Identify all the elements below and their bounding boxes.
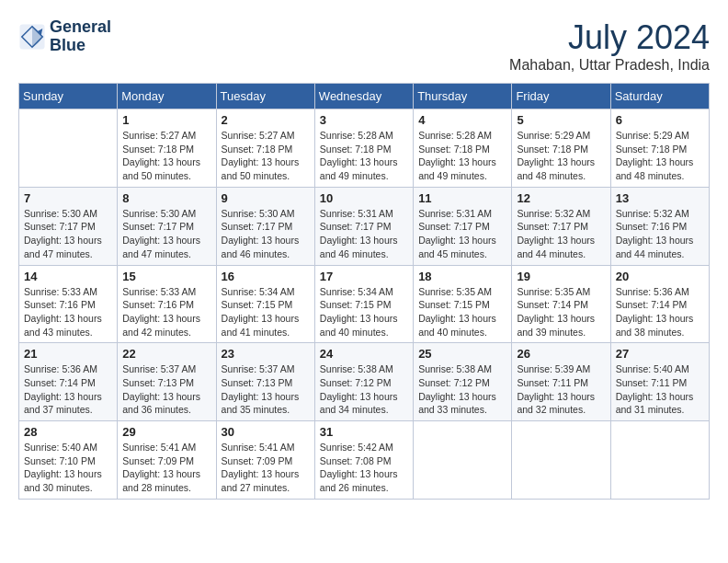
day-info: Sunrise: 5:42 AM Sunset: 7:08 PM Dayligh… bbox=[320, 441, 408, 495]
day-info: Sunrise: 5:33 AM Sunset: 7:16 PM Dayligh… bbox=[122, 285, 210, 339]
day-of-week-header: Tuesday bbox=[216, 84, 314, 109]
calendar: SundayMondayTuesdayWednesdayThursdayFrid… bbox=[18, 83, 710, 500]
day-number: 3 bbox=[320, 113, 408, 127]
day-number: 30 bbox=[222, 425, 310, 439]
day-number: 16 bbox=[222, 270, 310, 283]
calendar-cell: 23Sunrise: 5:37 AM Sunset: 7:13 PM Dayli… bbox=[216, 343, 314, 421]
calendar-cell: 7Sunrise: 5:30 AM Sunset: 7:17 PM Daylig… bbox=[19, 187, 118, 265]
day-info: Sunrise: 5:34 AM Sunset: 7:15 PM Dayligh… bbox=[320, 285, 408, 339]
calendar-cell: 12Sunrise: 5:32 AM Sunset: 7:17 PM Dayli… bbox=[512, 187, 610, 265]
day-number: 9 bbox=[222, 191, 310, 205]
day-info: Sunrise: 5:37 AM Sunset: 7:13 PM Dayligh… bbox=[222, 362, 310, 417]
calendar-cell: 31Sunrise: 5:42 AM Sunset: 7:08 PM Dayli… bbox=[314, 421, 413, 500]
calendar-cell: 25Sunrise: 5:38 AM Sunset: 7:12 PM Dayli… bbox=[414, 343, 512, 421]
calendar-week-row: 14Sunrise: 5:33 AM Sunset: 7:16 PM Dayli… bbox=[19, 265, 710, 343]
calendar-cell bbox=[414, 421, 512, 500]
day-number: 20 bbox=[616, 270, 704, 283]
calendar-cell: 11Sunrise: 5:31 AM Sunset: 7:17 PM Dayli… bbox=[414, 187, 512, 265]
location: Mahaban, Uttar Pradesh, India bbox=[509, 57, 710, 74]
day-number: 12 bbox=[517, 191, 605, 205]
calendar-cell: 22Sunrise: 5:37 AM Sunset: 7:13 PM Dayli… bbox=[118, 343, 216, 421]
day-of-week-header: Saturday bbox=[610, 84, 709, 109]
day-number: 17 bbox=[320, 270, 408, 283]
calendar-cell: 10Sunrise: 5:31 AM Sunset: 7:17 PM Dayli… bbox=[314, 187, 413, 265]
day-number: 11 bbox=[418, 191, 506, 205]
day-number: 10 bbox=[320, 191, 408, 205]
calendar-cell: 16Sunrise: 5:34 AM Sunset: 7:15 PM Dayli… bbox=[216, 265, 314, 343]
day-info: Sunrise: 5:28 AM Sunset: 7:18 PM Dayligh… bbox=[320, 129, 408, 183]
calendar-week-row: 28Sunrise: 5:40 AM Sunset: 7:10 PM Dayli… bbox=[19, 421, 710, 500]
day-info: Sunrise: 5:40 AM Sunset: 7:11 PM Dayligh… bbox=[616, 362, 704, 417]
day-of-week-header: Friday bbox=[512, 84, 610, 109]
calendar-week-row: 7Sunrise: 5:30 AM Sunset: 7:17 PM Daylig… bbox=[19, 187, 710, 265]
day-number: 5 bbox=[517, 113, 605, 127]
calendar-cell: 15Sunrise: 5:33 AM Sunset: 7:16 PM Dayli… bbox=[118, 265, 216, 343]
day-info: Sunrise: 5:31 AM Sunset: 7:17 PM Dayligh… bbox=[418, 207, 506, 261]
day-info: Sunrise: 5:29 AM Sunset: 7:18 PM Dayligh… bbox=[616, 129, 704, 183]
day-info: Sunrise: 5:27 AM Sunset: 7:18 PM Dayligh… bbox=[122, 129, 210, 183]
day-number: 31 bbox=[320, 425, 408, 439]
calendar-cell: 1Sunrise: 5:27 AM Sunset: 7:18 PM Daylig… bbox=[118, 109, 216, 188]
day-number: 18 bbox=[418, 270, 506, 283]
calendar-cell: 8Sunrise: 5:30 AM Sunset: 7:17 PM Daylig… bbox=[118, 187, 216, 265]
day-info: Sunrise: 5:41 AM Sunset: 7:09 PM Dayligh… bbox=[122, 441, 210, 495]
day-info: Sunrise: 5:40 AM Sunset: 7:10 PM Dayligh… bbox=[24, 441, 112, 495]
day-number: 22 bbox=[122, 347, 210, 361]
calendar-cell: 4Sunrise: 5:28 AM Sunset: 7:18 PM Daylig… bbox=[414, 109, 512, 188]
day-number: 28 bbox=[24, 425, 112, 439]
calendar-week-row: 21Sunrise: 5:36 AM Sunset: 7:14 PM Dayli… bbox=[19, 343, 710, 421]
calendar-cell: 24Sunrise: 5:38 AM Sunset: 7:12 PM Dayli… bbox=[314, 343, 413, 421]
title-section: July 2024 Mahaban, Uttar Pradesh, India bbox=[509, 18, 710, 74]
day-info: Sunrise: 5:29 AM Sunset: 7:18 PM Dayligh… bbox=[517, 129, 605, 183]
day-info: Sunrise: 5:30 AM Sunset: 7:17 PM Dayligh… bbox=[222, 207, 310, 261]
day-of-week-header: Thursday bbox=[414, 84, 512, 109]
day-info: Sunrise: 5:30 AM Sunset: 7:17 PM Dayligh… bbox=[122, 207, 210, 261]
logo-icon bbox=[18, 23, 46, 51]
day-info: Sunrise: 5:36 AM Sunset: 7:14 PM Dayligh… bbox=[616, 285, 704, 339]
calendar-cell: 28Sunrise: 5:40 AM Sunset: 7:10 PM Dayli… bbox=[19, 421, 118, 500]
day-info: Sunrise: 5:32 AM Sunset: 7:16 PM Dayligh… bbox=[616, 207, 704, 261]
day-info: Sunrise: 5:27 AM Sunset: 7:18 PM Dayligh… bbox=[222, 129, 310, 183]
day-number: 24 bbox=[320, 347, 408, 361]
calendar-cell: 9Sunrise: 5:30 AM Sunset: 7:17 PM Daylig… bbox=[216, 187, 314, 265]
month-year: July 2024 bbox=[509, 18, 710, 57]
calendar-cell: 14Sunrise: 5:33 AM Sunset: 7:16 PM Dayli… bbox=[19, 265, 118, 343]
day-number: 13 bbox=[616, 191, 704, 205]
day-number: 27 bbox=[616, 347, 704, 361]
day-number: 8 bbox=[122, 191, 210, 205]
day-of-week-header: Wednesday bbox=[314, 84, 413, 109]
day-info: Sunrise: 5:41 AM Sunset: 7:09 PM Dayligh… bbox=[222, 441, 310, 495]
calendar-cell: 19Sunrise: 5:35 AM Sunset: 7:14 PM Dayli… bbox=[512, 265, 610, 343]
calendar-cell: 20Sunrise: 5:36 AM Sunset: 7:14 PM Dayli… bbox=[610, 265, 709, 343]
logo-line1: General bbox=[50, 18, 111, 37]
calendar-cell: 26Sunrise: 5:39 AM Sunset: 7:11 PM Dayli… bbox=[512, 343, 610, 421]
day-info: Sunrise: 5:38 AM Sunset: 7:12 PM Dayligh… bbox=[320, 362, 408, 417]
calendar-cell: 13Sunrise: 5:32 AM Sunset: 7:16 PM Dayli… bbox=[610, 187, 709, 265]
day-number: 19 bbox=[517, 270, 605, 283]
calendar-cell: 3Sunrise: 5:28 AM Sunset: 7:18 PM Daylig… bbox=[314, 109, 413, 188]
page-header: General Blue July 2024 Mahaban, Uttar Pr… bbox=[18, 18, 710, 74]
day-info: Sunrise: 5:33 AM Sunset: 7:16 PM Dayligh… bbox=[24, 285, 112, 339]
day-info: Sunrise: 5:36 AM Sunset: 7:14 PM Dayligh… bbox=[24, 362, 112, 417]
day-info: Sunrise: 5:37 AM Sunset: 7:13 PM Dayligh… bbox=[122, 362, 210, 417]
calendar-cell: 27Sunrise: 5:40 AM Sunset: 7:11 PM Dayli… bbox=[610, 343, 709, 421]
day-number: 1 bbox=[122, 113, 210, 127]
calendar-cell: 18Sunrise: 5:35 AM Sunset: 7:15 PM Dayli… bbox=[414, 265, 512, 343]
day-info: Sunrise: 5:39 AM Sunset: 7:11 PM Dayligh… bbox=[517, 362, 605, 417]
day-of-week-header: Sunday bbox=[19, 84, 118, 109]
day-of-week-header: Monday bbox=[118, 84, 216, 109]
day-info: Sunrise: 5:38 AM Sunset: 7:12 PM Dayligh… bbox=[418, 362, 506, 417]
day-info: Sunrise: 5:34 AM Sunset: 7:15 PM Dayligh… bbox=[222, 285, 310, 339]
calendar-cell: 30Sunrise: 5:41 AM Sunset: 7:09 PM Dayli… bbox=[216, 421, 314, 500]
day-info: Sunrise: 5:35 AM Sunset: 7:15 PM Dayligh… bbox=[418, 285, 506, 339]
day-info: Sunrise: 5:35 AM Sunset: 7:14 PM Dayligh… bbox=[517, 285, 605, 339]
calendar-cell: 6Sunrise: 5:29 AM Sunset: 7:18 PM Daylig… bbox=[610, 109, 709, 188]
day-number: 6 bbox=[616, 113, 704, 127]
day-number: 26 bbox=[517, 347, 605, 361]
calendar-week-row: 1Sunrise: 5:27 AM Sunset: 7:18 PM Daylig… bbox=[19, 109, 710, 188]
logo: General Blue bbox=[18, 18, 111, 55]
day-info: Sunrise: 5:28 AM Sunset: 7:18 PM Dayligh… bbox=[418, 129, 506, 183]
day-number: 23 bbox=[222, 347, 310, 361]
day-number: 4 bbox=[418, 113, 506, 127]
logo-text: General Blue bbox=[50, 18, 111, 55]
